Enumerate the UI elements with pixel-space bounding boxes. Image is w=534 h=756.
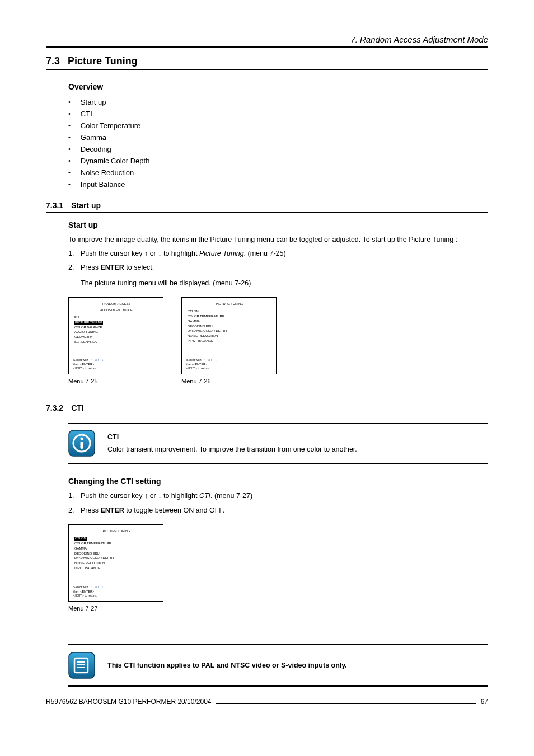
menu-highlight: PICTURE TUNING [74, 321, 103, 325]
subsection-title: CTI [71, 403, 84, 412]
menu-7-26: PICTURE TUNING CTI ON COLOR TEMPERATURE … [181, 297, 277, 384]
note-icon [68, 652, 95, 679]
step-2-note: The picture tuning menu will be displaye… [81, 279, 488, 289]
info-title: CTI [107, 432, 357, 442]
subsection-7-3-2: 7.3.2 CTI [46, 403, 488, 415]
overview-item: Color Temperature [81, 121, 140, 130]
step-1: 1. Push the cursor key ↑ or ↓ to highlig… [68, 491, 488, 501]
list-item: •Noise Reduction [68, 168, 488, 177]
footer-rule [216, 703, 476, 704]
startup-intro: To improve the image quality, the items … [68, 235, 488, 245]
chapter-header: 7. Random Access Adjustment Mode [46, 35, 488, 48]
menu-7-25: RANDOM ACCESS ADJUSTMENT MODE PIP PICTUR… [68, 297, 163, 384]
section-title-text: Picture Tuning [68, 55, 138, 67]
overview-list: •Start up •CTI •Color Temperature •Gamma… [68, 98, 488, 189]
document-id: R5976562 BARCOSLM G10 PERFORMER 20/10/20… [46, 698, 211, 706]
info-callout: CTI Color transient improvement. To impr… [68, 423, 488, 464]
cti-heading: Changing the CTI setting [68, 477, 488, 486]
step-1: 1. Push the cursor key ↑ or ↓ to highlig… [68, 249, 488, 259]
cti-steps: 1. Push the cursor key ↑ or ↓ to highlig… [68, 491, 488, 515]
subsection-title: Start up [71, 201, 101, 210]
note-text: This CTI function applies to PAL and NTS… [107, 661, 347, 669]
subsection-number: 7.3.1 [46, 201, 63, 210]
menu-7-27: PICTURE TUNING CTI ON COLOR TEMPERATURE … [68, 524, 163, 612]
overview-item: CTI [81, 110, 92, 118]
list-item: •CTI [68, 110, 488, 118]
info-icon [68, 430, 95, 457]
overview-heading: Overview [68, 82, 488, 91]
overview-item: Start up [81, 98, 106, 106]
list-item: •Gamma [68, 133, 488, 142]
overview-item: Dynamic Color Depth [81, 157, 150, 165]
arrow-up-down-icon: ↑ or ↓ [91, 585, 105, 589]
overview-item: Noise Reduction [81, 168, 134, 177]
page-number: 67 [481, 698, 488, 706]
subsection-number: 7.3.2 [46, 403, 63, 412]
svg-point-2 [81, 438, 83, 440]
menu-caption: Menu 7-27 [68, 605, 163, 612]
startup-heading: Start up [68, 220, 488, 229]
menu-caption: Menu 7-25 [68, 378, 163, 384]
menu-highlight: CTI ON [74, 537, 87, 541]
startup-steps: 1. Push the cursor key ↑ or ↓ to highlig… [68, 249, 488, 289]
list-item: •Start up [68, 98, 488, 106]
list-item: •Decoding [68, 145, 488, 153]
step-2: 2. Press ENTER to select. The picture tu… [68, 263, 488, 288]
arrow-up-down-icon: ↑ or ↓ [91, 358, 105, 362]
overview-item: Gamma [81, 133, 106, 142]
section-title: 7.3 Picture Tuning [46, 55, 488, 70]
arrow-up-down-icon: ↑ or ↓ [204, 358, 218, 362]
overview-item: Input Balance [81, 180, 125, 189]
step-2: 2. Press ENTER to toggle between ON and … [68, 506, 488, 516]
svg-rect-3 [81, 442, 83, 449]
note-callout: This CTI function applies to PAL and NTS… [68, 644, 488, 687]
section-number: 7.3 [46, 55, 60, 67]
list-item: •Color Temperature [68, 121, 488, 130]
info-body: Color transient improvement. To improve … [107, 445, 357, 453]
list-item: •Input Balance [68, 180, 488, 189]
menu-caption: Menu 7-26 [181, 378, 277, 384]
list-item: •Dynamic Color Depth [68, 157, 488, 165]
overview-item: Decoding [81, 145, 111, 153]
subsection-7-3-1: 7.3.1 Start up [46, 201, 488, 213]
page-footer: R5976562 BARCOSLM G10 PERFORMER 20/10/20… [46, 698, 488, 706]
